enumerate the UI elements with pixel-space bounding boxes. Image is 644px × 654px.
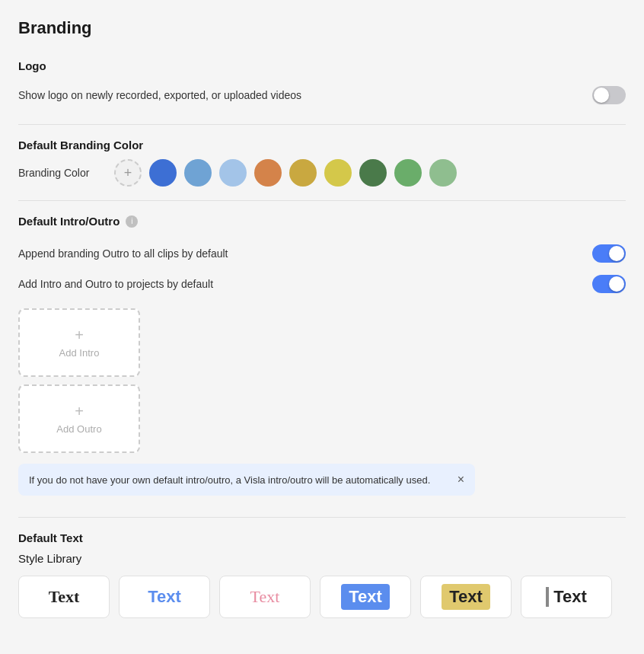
logo-toggle-row: Show logo on newly recorded, exported, o… xyxy=(18,80,626,110)
style-text-plain: Text xyxy=(49,587,80,607)
style-card-plain[interactable]: Text xyxy=(18,576,110,618)
intro-outro-toggle-knob xyxy=(609,276,624,292)
style-text-blue: Text xyxy=(148,587,181,607)
style-card-pink[interactable]: Text xyxy=(219,576,311,618)
color-swatch-blue-medium[interactable] xyxy=(184,159,212,187)
color-swatch-blue-dark[interactable] xyxy=(149,159,177,187)
color-swatch-yellow-dark[interactable] xyxy=(289,159,317,187)
default-text-title: Default Text xyxy=(18,531,626,544)
intro-outro-title: Default Intro/Outro xyxy=(18,215,120,228)
color-swatch-green-light[interactable] xyxy=(429,159,457,187)
add-outro-plus-icon: + xyxy=(75,403,84,420)
divider-2 xyxy=(18,200,626,201)
style-card-sidebar[interactable]: Text xyxy=(521,576,612,618)
outro-toggle-label: Append branding Outro to all clips by de… xyxy=(18,247,228,260)
intro-outro-section: Default Intro/Outro i Append branding Ou… xyxy=(18,215,626,496)
style-card-yellow-bg[interactable]: Text xyxy=(420,576,512,618)
style-library-title: Style Library xyxy=(18,552,626,565)
color-swatch-green-dark[interactable] xyxy=(359,159,387,187)
style-text-yellow-bg: Text xyxy=(442,584,490,610)
logo-section: Logo Show logo on newly recorded, export… xyxy=(18,59,626,110)
add-color-button[interactable]: + xyxy=(114,159,142,187)
intro-outro-info-icon[interactable]: i xyxy=(126,215,138,228)
logo-section-title: Logo xyxy=(18,59,626,72)
color-row-label: Branding Color xyxy=(18,167,102,179)
color-row: Branding Color + xyxy=(18,159,626,187)
outro-toggle[interactable] xyxy=(592,244,626,263)
default-text-section: Default Text Style Library Text Text Tex… xyxy=(18,531,626,618)
logo-toggle[interactable] xyxy=(592,86,626,104)
branding-color-title: Default Branding Color xyxy=(18,139,626,152)
info-banner-text: If you do not have your own default intr… xyxy=(29,474,430,486)
color-swatch-green-medium[interactable] xyxy=(394,159,422,187)
info-banner: If you do not have your own default intr… xyxy=(18,464,475,496)
color-swatch-orange[interactable] xyxy=(254,159,282,187)
add-intro-label: Add Intro xyxy=(59,347,100,359)
divider-1 xyxy=(18,124,626,125)
branding-color-section: Default Branding Color Branding Color + xyxy=(18,139,626,187)
outro-toggle-row: Append branding Outro to all clips by de… xyxy=(18,238,626,269)
style-library-row: Text Text Text Text Text Text xyxy=(18,576,626,618)
color-swatch-blue-light[interactable] xyxy=(219,159,247,187)
add-color-icon: + xyxy=(124,165,132,181)
style-card-blue[interactable]: Text xyxy=(119,576,210,618)
add-intro-button[interactable]: + Add Intro xyxy=(18,308,140,377)
page-title: Branding xyxy=(18,18,626,38)
add-outro-label: Add Outro xyxy=(56,423,101,435)
add-intro-plus-icon: + xyxy=(75,327,84,344)
style-text-pink: Text xyxy=(250,587,280,607)
add-outro-button[interactable]: + Add Outro xyxy=(18,384,140,453)
style-text-sidebar: Text xyxy=(546,587,587,607)
intro-outro-toggle-label: Add Intro and Outro to projects by defau… xyxy=(18,278,213,290)
intro-outro-toggle[interactable] xyxy=(592,275,626,293)
divider-3 xyxy=(18,517,626,518)
intro-outro-header-row: Default Intro/Outro i xyxy=(18,215,626,228)
style-text-blue-bg: Text xyxy=(341,584,390,610)
logo-toggle-label: Show logo on newly recorded, exported, o… xyxy=(18,89,301,101)
style-card-blue-bg[interactable]: Text xyxy=(320,576,411,618)
info-banner-close-button[interactable]: × xyxy=(457,473,464,487)
logo-toggle-knob xyxy=(594,88,609,103)
intro-outro-toggle-row: Add Intro and Outro to projects by defau… xyxy=(18,269,626,299)
outro-toggle-knob xyxy=(609,246,624,261)
color-swatch-yellow-light[interactable] xyxy=(324,159,352,187)
